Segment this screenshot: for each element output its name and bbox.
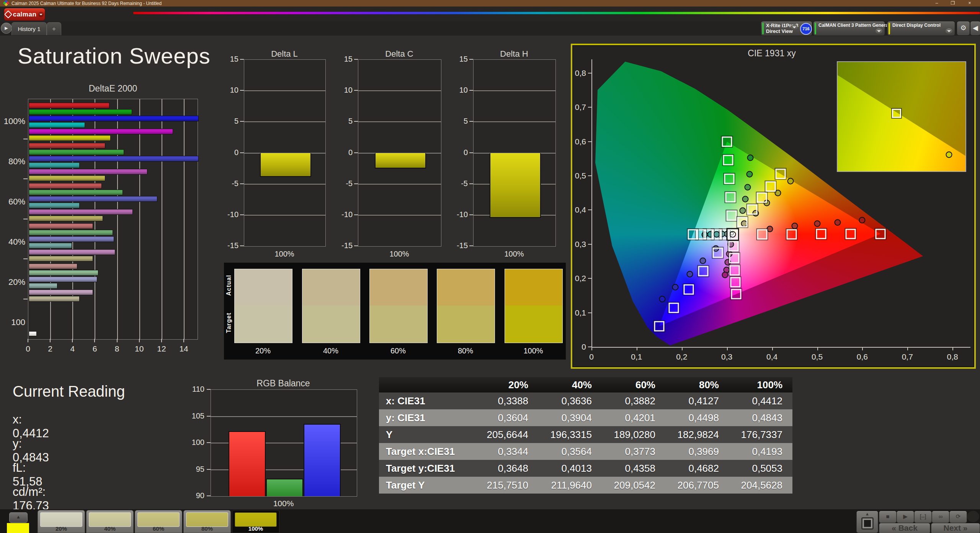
measured-point xyxy=(766,226,773,232)
target-point xyxy=(846,229,856,239)
transport-continuous-button[interactable]: ∞ xyxy=(932,511,949,523)
cell-value: 0,3969 xyxy=(665,443,729,460)
measured-point xyxy=(834,219,841,226)
y-tick xyxy=(354,152,358,153)
swatch-label: 100% xyxy=(505,347,562,355)
pattern-swatch-80%[interactable]: 80% xyxy=(183,510,231,533)
reading-line: x: 0,4412 xyxy=(13,413,49,440)
cell-value: 0,4193 xyxy=(729,443,792,460)
cie-inset-measured-marker xyxy=(946,152,952,158)
y-tick-label: 10 xyxy=(219,86,238,95)
display-dropdown-icon[interactable] xyxy=(946,28,952,34)
meter-dropdown-icon[interactable] xyxy=(791,25,798,30)
y-tick xyxy=(469,90,473,91)
y-tick xyxy=(588,312,591,313)
meter-badge: 716 xyxy=(800,23,812,35)
column-header: 60% xyxy=(602,377,665,392)
y-tick-label: 15 xyxy=(449,55,468,64)
table-row: x: CIE310,33880,36360,38820,41270,4412 xyxy=(379,392,792,409)
y-tick xyxy=(469,59,473,60)
y-tick xyxy=(588,347,591,347)
x-tick xyxy=(161,339,162,342)
swatch-label: 80% xyxy=(437,347,494,355)
y-tick-label: 110 xyxy=(183,385,204,394)
y-tick xyxy=(469,214,473,215)
cie-plot-area xyxy=(591,59,970,347)
close-button[interactable]: × xyxy=(964,0,975,7)
next-button[interactable]: Next » xyxy=(931,523,980,533)
x-tick xyxy=(772,347,773,350)
tab-scroll-button[interactable]: ▶ xyxy=(1,23,12,34)
cell-value: 211,9640 xyxy=(538,477,602,494)
x-tick xyxy=(862,347,863,350)
y-tick xyxy=(240,121,244,122)
swatch-label: 100% xyxy=(232,525,279,532)
pattern-swatch-60%[interactable]: 60% xyxy=(135,510,182,533)
y-tick xyxy=(354,90,358,91)
stop-square-icon xyxy=(861,517,874,530)
pattern-swatch-20%[interactable]: 20% xyxy=(38,510,85,533)
meter-status-bar xyxy=(762,23,764,34)
pattern-swatch-40%[interactable]: 40% xyxy=(86,510,134,533)
swatch-color xyxy=(40,512,82,527)
x-tick xyxy=(50,339,51,342)
target-swatch-80% xyxy=(437,306,495,343)
x-tick-label: 14 xyxy=(174,344,193,353)
bar-red xyxy=(29,183,102,189)
display-control-selector[interactable]: Direct Display Control xyxy=(887,21,955,36)
cell-value: 0,5053 xyxy=(729,460,792,477)
pattern-generator-selector[interactable]: CalMAN Client 3 Pattern Generator xyxy=(813,21,885,36)
x-tick xyxy=(952,347,953,350)
restore-button[interactable]: ❐ xyxy=(947,0,959,7)
delta-bar xyxy=(375,153,426,169)
meter-selector[interactable]: X-Rite i1Pro 3Direct View 716 xyxy=(761,21,812,36)
transport-play-button[interactable]: ▶ xyxy=(897,511,914,523)
y-tick xyxy=(207,469,211,470)
x-axis xyxy=(591,347,970,348)
y-tick xyxy=(588,73,591,74)
y-tick-label: 0 xyxy=(333,148,353,157)
bar-cyan xyxy=(29,283,57,289)
column-header: 80% xyxy=(665,377,729,392)
pattern-level-up-button[interactable]: ▲ xyxy=(9,512,28,523)
swatch-label: 40% xyxy=(87,525,133,532)
y-tick xyxy=(469,152,473,153)
y-tick-label: 90 xyxy=(183,491,204,500)
y-tick xyxy=(469,121,473,122)
cell-value: 0,4358 xyxy=(602,460,665,477)
add-tab-icon: + xyxy=(52,25,56,33)
bar-red xyxy=(29,103,109,108)
target-point xyxy=(730,277,741,287)
transport-refresh-button[interactable]: ⟳ xyxy=(949,511,967,523)
calman-menu-button[interactable]: calman xyxy=(4,8,45,21)
pattern-swatch-100%[interactable]: 100% xyxy=(232,510,279,533)
display-label: Direct Display Control xyxy=(892,23,941,28)
delta-bar xyxy=(260,153,311,177)
pattern-dropdown-icon[interactable] xyxy=(875,28,882,34)
x-tick-label: 4 xyxy=(63,344,82,353)
y-tick-label: 5 xyxy=(219,117,238,126)
transport-series-button[interactable]: [–] xyxy=(914,511,932,523)
transport-stop-button[interactable]: ■ xyxy=(879,511,897,523)
measured-point xyxy=(742,196,749,202)
reading-line: fL: 51,58 xyxy=(13,461,42,489)
row-label: Target Y xyxy=(379,477,475,494)
y-tick xyxy=(354,245,358,246)
gridline xyxy=(358,90,441,91)
calman-menu-label: calman xyxy=(13,11,37,18)
settings-button[interactable]: ⚙ xyxy=(957,21,970,36)
x-tick-label: 0,8 xyxy=(941,352,964,361)
tab-history-1[interactable]: History 1 xyxy=(11,22,47,35)
stop-measure-button[interactable]: ▲ xyxy=(856,511,878,533)
collapse-panel-button[interactable]: ◀ xyxy=(970,21,980,36)
target-point xyxy=(787,229,797,239)
back-button[interactable]: « Back xyxy=(879,523,930,533)
x-tick-label: 12 xyxy=(152,344,171,353)
cell-value: 0,3344 xyxy=(475,443,538,460)
y-tick-label: 0,5 xyxy=(569,171,586,180)
app-icon xyxy=(3,0,10,6)
measured-point xyxy=(746,171,753,177)
minimize-button[interactable]: – xyxy=(931,0,942,7)
add-tab-button[interactable]: + xyxy=(47,22,61,35)
x-tick-label: 10 xyxy=(130,344,149,353)
